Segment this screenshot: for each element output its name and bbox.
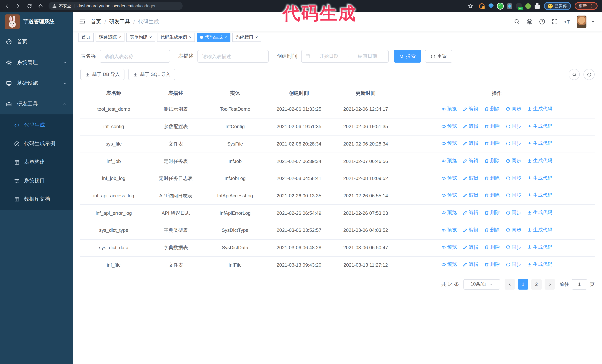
close-icon[interactable]: × (225, 35, 227, 40)
action-generate-link[interactable]: 生成代码 (527, 140, 552, 147)
tab-item[interactable]: 链路追踪× (96, 33, 124, 42)
table-name-input[interactable] (100, 50, 170, 62)
action-edit-link[interactable]: 编辑 (463, 105, 478, 113)
font-size-icon[interactable]: TT (564, 19, 570, 25)
action-edit-link[interactable]: 编辑 (463, 122, 478, 130)
action-preview-link[interactable]: 预览 (441, 226, 457, 234)
action-edit-link[interactable]: 编辑 (463, 157, 478, 165)
action-preview-link[interactable]: 预览 (441, 192, 457, 199)
github-icon[interactable] (527, 19, 533, 25)
sidebar-subitem[interactable]: 表单构建 (0, 153, 73, 171)
action-edit-link[interactable]: 编辑 (463, 226, 478, 234)
action-preview-link[interactable]: 预览 (441, 261, 457, 269)
action-generate-link[interactable]: 生成代码 (527, 209, 552, 217)
hamburger-icon[interactable] (79, 18, 86, 25)
sidebar-item[interactable]: 系统管理 (0, 52, 73, 73)
sidebar-item[interactable]: 基础设施 (0, 73, 73, 94)
action-sync-link[interactable]: 同步 (506, 192, 521, 199)
action-edit-link[interactable]: 编辑 (463, 243, 478, 251)
action-edit-link[interactable]: 编辑 (463, 192, 478, 199)
breadcrumb-item[interactable]: 研发工具 (109, 18, 130, 25)
toggle-search-button[interactable] (569, 69, 580, 80)
tab-item[interactable]: 代码生成示例× (157, 33, 195, 42)
dark-on-extension-icon[interactable] (516, 3, 522, 9)
next-page-button[interactable] (545, 279, 555, 290)
action-edit-link[interactable]: 编辑 (463, 140, 478, 147)
action-preview-link[interactable]: 预览 (441, 157, 457, 165)
action-edit-link[interactable]: 编辑 (463, 261, 478, 269)
refresh-table-button[interactable] (583, 69, 595, 80)
user-avatar[interactable] (577, 15, 586, 28)
action-delete-link[interactable]: 删除 (484, 243, 500, 251)
search-button[interactable]: 搜索 (394, 50, 421, 62)
action-preview-link[interactable]: 预览 (441, 122, 457, 130)
close-icon[interactable]: × (118, 35, 121, 40)
search-icon[interactable] (514, 19, 520, 25)
bookmark-star-icon[interactable] (468, 3, 473, 9)
prev-page-button[interactable] (505, 279, 515, 290)
action-delete-link[interactable]: 删除 (484, 105, 500, 113)
page-size-select[interactable]: 10条/页 (463, 279, 500, 290)
fullscreen-icon[interactable] (552, 19, 558, 25)
back-icon[interactable] (4, 3, 10, 9)
action-delete-link[interactable]: 删除 (484, 157, 500, 165)
app-logo-row[interactable]: 芋道管理系统 (0, 12, 73, 31)
import-sql-button[interactable]: 基于 SQL 导入 (128, 69, 175, 80)
tab-item[interactable]: 表单构建× (126, 33, 155, 42)
action-sync-link[interactable]: 同步 (506, 105, 521, 113)
action-edit-link[interactable]: 编辑 (463, 209, 478, 217)
tab-item[interactable]: 系统接口× (232, 33, 261, 42)
breadcrumb-item[interactable]: 首页 (91, 18, 101, 25)
action-edit-link[interactable]: 编辑 (463, 174, 478, 182)
page-button-2[interactable]: 2 (531, 279, 542, 290)
action-generate-link[interactable]: 生成代码 (527, 157, 552, 165)
forward-icon[interactable] (16, 3, 21, 9)
action-generate-link[interactable]: 生成代码 (527, 105, 552, 113)
action-preview-link[interactable]: 预览 (441, 209, 457, 217)
sidebar-subitem[interactable]: 代码生成 (0, 116, 73, 135)
action-preview-link[interactable]: 预览 (441, 243, 457, 251)
close-icon[interactable]: × (255, 35, 258, 40)
action-generate-link[interactable]: 生成代码 (527, 122, 552, 130)
page-button-1[interactable]: 1 (518, 279, 528, 290)
goto-page-input[interactable] (572, 279, 587, 290)
action-preview-link[interactable]: 预览 (441, 105, 457, 113)
action-delete-link[interactable]: 删除 (484, 174, 500, 182)
action-sync-link[interactable]: 同步 (506, 226, 521, 234)
tab-item[interactable]: 首页 (78, 33, 94, 42)
action-delete-link[interactable]: 删除 (484, 140, 500, 147)
sidebar-item[interactable]: 研发工具 (0, 94, 73, 114)
action-generate-link[interactable]: 生成代码 (527, 174, 552, 182)
action-generate-link[interactable]: 生成代码 (527, 226, 552, 234)
green-round-extension-icon[interactable] (525, 3, 531, 9)
sidebar-subitem[interactable]: 数据库文档 (0, 190, 73, 208)
action-generate-link[interactable]: 生成代码 (527, 261, 552, 269)
orange-extension-icon[interactable] (479, 3, 484, 9)
green-check-extension-icon[interactable] (497, 3, 503, 9)
action-sync-link[interactable]: 同步 (506, 243, 521, 251)
action-delete-link[interactable]: 删除 (484, 209, 500, 217)
action-sync-link[interactable]: 同步 (506, 209, 521, 217)
reload-icon[interactable] (27, 3, 32, 9)
action-delete-link[interactable]: 删除 (484, 192, 500, 199)
action-sync-link[interactable]: 同步 (506, 174, 521, 182)
sidebar-subitem[interactable]: 系统接口 (0, 171, 73, 190)
reset-button[interactable]: 重置 (425, 50, 452, 62)
sidebar-item[interactable]: 首页 (0, 31, 73, 52)
action-sync-link[interactable]: 同步 (506, 140, 521, 147)
close-icon[interactable]: × (189, 35, 192, 40)
action-sync-link[interactable]: 同步 (506, 122, 521, 130)
tab-active[interactable]: 代码生成× (197, 33, 230, 42)
action-delete-link[interactable]: 删除 (484, 261, 500, 269)
action-sync-link[interactable]: 同步 (506, 157, 521, 165)
action-generate-link[interactable]: 生成代码 (527, 243, 552, 251)
action-delete-link[interactable]: 删除 (484, 122, 500, 130)
action-preview-link[interactable]: 预览 (441, 140, 457, 147)
date-range-picker[interactable]: 开始日期 - 结束日期 (301, 50, 389, 62)
action-preview-link[interactable]: 预览 (441, 174, 457, 182)
ellipsis-menu-icon[interactable] (589, 4, 593, 8)
table-desc-input[interactable] (197, 50, 269, 62)
action-sync-link[interactable]: 同步 (506, 261, 521, 269)
blue-gem-extension-icon[interactable] (488, 3, 494, 9)
home-icon[interactable] (38, 3, 43, 9)
